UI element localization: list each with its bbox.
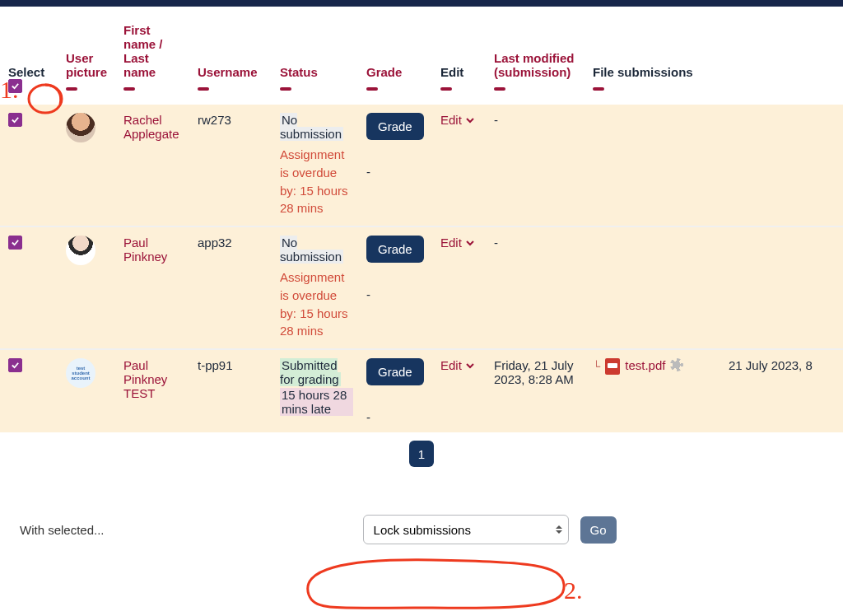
grade-value: -: [366, 410, 427, 424]
col-header-status: Status: [272, 15, 358, 101]
collapse-icon[interactable]: [366, 87, 378, 91]
collapse-icon[interactable]: [123, 87, 135, 91]
file-date-cell: 21 July 2023, 8: [720, 348, 843, 432]
status-cell: Submitted for grading 15 hours 28 mins l…: [272, 348, 358, 432]
grade-button[interactable]: Grade: [366, 236, 424, 263]
status-main: Submitted for grading: [280, 358, 341, 386]
annotation-2-label: 2.: [564, 576, 583, 604]
collapse-icon[interactable]: [440, 87, 452, 91]
status-late: 15 hours 28 mins late: [280, 388, 353, 416]
table-row: Paul Pinkney app32 No submission Assignm…: [0, 226, 843, 348]
page-1-button[interactable]: 1: [409, 441, 434, 467]
header-picture-label[interactable]: User picture: [66, 51, 107, 79]
grade-value: -: [366, 287, 427, 301]
grade-button[interactable]: Grade: [366, 358, 424, 385]
collapse-icon[interactable]: [593, 87, 604, 91]
file-submission: └ test.pdf: [593, 358, 715, 375]
header-lastname-label[interactable]: Last name: [123, 51, 156, 79]
chevron-down-icon: [465, 238, 475, 248]
tree-icon: └: [593, 358, 600, 371]
header-edit-label: Edit: [440, 65, 463, 79]
grade-value: -: [366, 165, 427, 179]
user-name-link[interactable]: Rachel Applegate: [123, 113, 179, 141]
username-cell: t-pp91: [189, 348, 272, 432]
row-checkbox[interactable]: [8, 113, 22, 127]
pagination: 1: [0, 441, 843, 467]
grade-button[interactable]: Grade: [366, 113, 424, 140]
table-row: teststudentaccount Paul Pinkney TEST t-p…: [0, 348, 843, 432]
go-button[interactable]: Go: [580, 516, 617, 544]
header-status-label[interactable]: Status: [280, 65, 318, 79]
collapse-icon[interactable]: [494, 87, 505, 91]
header-grade-label[interactable]: Grade: [366, 65, 402, 79]
header-username-label[interactable]: Username: [198, 65, 258, 79]
collapse-icon[interactable]: [66, 87, 77, 91]
grade-cell: Grade -: [358, 348, 432, 432]
user-name-link[interactable]: Paul Pinkney TEST: [123, 358, 167, 400]
status-overdue: Assignment is overdue by: 15 hours 28 mi…: [280, 268, 353, 340]
status-main: No submission: [280, 113, 343, 141]
status-main: No submission: [280, 236, 343, 264]
status-cell: No submission Assignment is overdue by: …: [272, 101, 358, 226]
submissions-table: Select User picture First name / Last na…: [0, 15, 843, 432]
bulk-action-controls: With selected... Lock submissions Go: [0, 500, 843, 544]
chevron-down-icon: [465, 361, 475, 371]
annotation-2: [292, 553, 572, 616]
row-checkbox[interactable]: [8, 236, 22, 250]
col-header-name: First name / Last name: [115, 15, 189, 101]
col-header-grade: Grade: [358, 15, 432, 101]
collapse-icon[interactable]: [280, 87, 291, 91]
col-header-username: Username: [189, 15, 272, 101]
gear-icon[interactable]: [670, 358, 683, 371]
edit-menu[interactable]: Edit: [440, 113, 475, 127]
edit-menu[interactable]: Edit: [440, 358, 475, 372]
pdf-icon: [605, 358, 620, 375]
modified-cell: Friday, 21 July 2023, 8:28 AM: [486, 348, 585, 432]
col-header-picture: User picture: [58, 15, 115, 101]
avatar[interactable]: teststudentaccount: [66, 358, 95, 388]
username-cell: rw273: [189, 101, 272, 226]
edit-menu[interactable]: Edit: [440, 236, 475, 250]
table-row: Rachel Applegate rw273 No submission Ass…: [0, 101, 843, 226]
modified-cell: -: [494, 236, 498, 250]
grade-cell: Grade -: [358, 101, 432, 226]
row-checkbox[interactable]: [8, 358, 22, 372]
avatar[interactable]: [66, 113, 95, 142]
user-name-link[interactable]: Paul Pinkney: [123, 236, 167, 264]
col-header-files: File submissions: [585, 15, 720, 101]
status-overdue: Assignment is overdue by: 15 hours 28 mi…: [280, 146, 353, 217]
modified-cell: -: [494, 113, 498, 127]
annotation-1-label: 1.: [0, 76, 19, 104]
top-strip: [0, 0, 843, 7]
grade-cell: Grade -: [358, 226, 432, 348]
with-selected-label: With selected...: [20, 523, 105, 537]
header-files-label: File submissions: [593, 65, 693, 79]
col-header-edit: Edit: [432, 15, 486, 101]
header-modified-label[interactable]: Last modified (submission): [494, 51, 575, 79]
chevron-down-icon: [465, 115, 475, 125]
header-firstname-label[interactable]: First name: [123, 23, 156, 51]
col-header-modified: Last modified (submission): [486, 15, 585, 101]
username-cell: app32: [189, 226, 272, 348]
bulk-action-select[interactable]: Lock submissions: [363, 515, 569, 544]
collapse-icon[interactable]: [198, 87, 209, 91]
status-cell: No submission Assignment is overdue by: …: [272, 226, 358, 348]
avatar[interactable]: [66, 236, 95, 265]
file-link[interactable]: test.pdf: [625, 358, 665, 372]
